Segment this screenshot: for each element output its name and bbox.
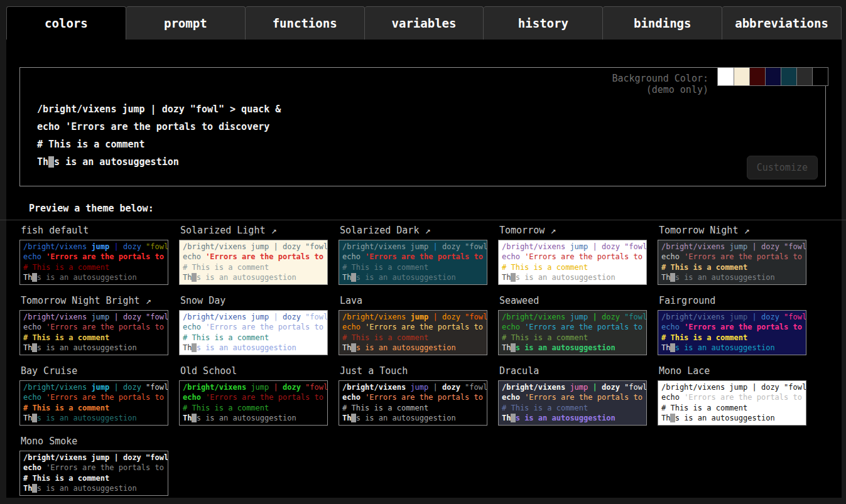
bg-color-swatch-5[interactable] xyxy=(781,68,796,85)
terminal-line: # This is a comment xyxy=(342,262,484,272)
terminal-line: /bright/vixens jump | dozy "fowl" > quac… xyxy=(502,382,643,392)
tab-prompt[interactable]: prompt xyxy=(126,6,246,41)
tab-functions[interactable]: functions xyxy=(246,6,365,41)
theme-preview-terminal[interactable]: /bright/vixens jump | dozy "fowl" > quac… xyxy=(498,240,647,285)
theme-card-tomorrow-night[interactable]: Tomorrow Night ↗/bright/vixens jump | do… xyxy=(658,223,806,285)
themes-section-title: Preview a theme below: xyxy=(29,203,154,214)
theme-title: Solarized Dark ↗ xyxy=(340,225,487,236)
divider xyxy=(0,220,846,220)
theme-card-solarized-dark[interactable]: Solarized Dark ↗/bright/vixens jump | do… xyxy=(339,223,487,285)
theme-title: Fairground xyxy=(659,295,806,306)
text-cursor-block: i xyxy=(511,414,515,422)
theme-title: fish default xyxy=(21,225,168,236)
terminal-line: This is an autosuggestion xyxy=(23,272,165,282)
tab-abbreviations[interactable]: abbreviations xyxy=(722,6,842,41)
terminal-line: /bright/vixens jump | dozy "fowl" > quac… xyxy=(23,242,165,252)
theme-preview-terminal[interactable]: /bright/vixens jump | dozy "fowl" > quac… xyxy=(179,310,328,355)
bg-color-swatch-4[interactable] xyxy=(765,68,781,85)
terminal-line: echo 'Errors are the portals to discover… xyxy=(23,252,165,262)
text-cursor-block: i xyxy=(32,273,36,282)
theme-title: Mono Lace xyxy=(659,365,806,377)
theme-card-tomorrow-night-bright[interactable]: Tomorrow Night Bright ↗/bright/vixens ju… xyxy=(19,293,168,355)
text-cursor-block: i xyxy=(192,273,196,282)
text-cursor-block: i xyxy=(32,484,36,493)
tab-bar: colorspromptfunctionsvariableshistorybin… xyxy=(6,6,842,41)
terminal-line: # This is a comment xyxy=(502,333,643,343)
theme-title: Tomorrow Night Bright ↗ xyxy=(21,295,168,306)
theme-card-dracula[interactable]: Dracula/bright/vixens jump | dozy "fowl"… xyxy=(498,363,647,426)
theme-preview-terminal[interactable]: /bright/vixens jump | dozy "fowl" > quac… xyxy=(339,310,487,355)
theme-preview-terminal[interactable]: /bright/vixens jump | dozy "fowl" > quac… xyxy=(19,310,168,355)
text-cursor-block: i xyxy=(670,343,675,352)
theme-preview-terminal[interactable]: /bright/vixens jump | dozy "fowl" > quac… xyxy=(498,310,647,355)
theme-preview-terminal[interactable]: /bright/vixens jump | dozy "fowl" > quac… xyxy=(19,240,168,285)
theme-card-solarized-light[interactable]: Solarized Light ↗/bright/vixens jump | d… xyxy=(179,223,328,285)
bg-color-swatch-1[interactable] xyxy=(718,68,734,85)
terminal-line: # This is a comment xyxy=(23,262,165,272)
theme-title: Tomorrow Night ↗ xyxy=(659,225,806,236)
color-preview-terminal: Background Color: (demo only) /bright/vi… xyxy=(19,67,826,186)
theme-preview-terminal[interactable]: /bright/vixens jump | dozy "fowl" > quac… xyxy=(19,451,168,496)
theme-card-fairground[interactable]: Fairground/bright/vixens jump | dozy "fo… xyxy=(658,293,806,355)
terminal-line: # This is a comment xyxy=(502,403,643,413)
terminal-line: # This is a comment xyxy=(23,333,165,343)
terminal-line: This is an autosuggestion xyxy=(342,413,484,423)
terminal-line: echo 'Errors are the portals to discover… xyxy=(37,118,281,136)
theme-card-mono-lace[interactable]: Mono Lace/bright/vixens jump | dozy "fow… xyxy=(658,363,806,426)
terminal-line: This is an autosuggestion xyxy=(661,343,803,353)
tab-colors[interactable]: colors xyxy=(6,6,126,41)
bg-color-swatch-6[interactable] xyxy=(796,68,812,85)
terminal-line: echo 'Errors are the portals to discover… xyxy=(502,252,643,262)
terminal-line: /bright/vixens jump | dozy "fowl" > quac… xyxy=(342,242,484,252)
terminal-line: # This is a comment xyxy=(342,333,484,343)
theme-preview-terminal[interactable]: /bright/vixens jump | dozy "fowl" > quac… xyxy=(339,240,487,285)
theme-title: Mono Smoke xyxy=(21,436,168,447)
theme-card-mono-smoke[interactable]: Mono Smoke/bright/vixens jump | dozy "fo… xyxy=(19,434,168,496)
terminal-line: This is an autosuggestion xyxy=(23,343,165,353)
terminal-line: # This is a comment xyxy=(183,403,324,413)
terminal-line: /bright/vixens jump | dozy "fowl" > quac… xyxy=(502,312,643,322)
theme-preview-terminal[interactable]: /bright/vixens jump | dozy "fowl" > quac… xyxy=(179,240,328,285)
customize-button[interactable]: Customize xyxy=(747,156,818,180)
terminal-line: This is an autosuggestion xyxy=(23,483,165,493)
background-color-label: Background Color: (demo only) xyxy=(612,73,708,95)
terminal-line: This is an autosuggestion xyxy=(661,272,803,282)
theme-preview-terminal[interactable]: /bright/vixens jump | dozy "fowl" > quac… xyxy=(339,380,487,426)
theme-card-lava[interactable]: Lava/bright/vixens jump | dozy "fowl" > … xyxy=(339,293,487,355)
bg-color-swatch-3[interactable] xyxy=(749,68,765,85)
terminal-line: This is an autosuggestion xyxy=(502,343,643,353)
theme-card-seaweed[interactable]: Seaweed/bright/vixens jump | dozy "fowl"… xyxy=(498,293,647,355)
tab-history[interactable]: history xyxy=(484,6,603,41)
text-cursor-block: i xyxy=(192,414,196,422)
theme-card-old-school[interactable]: Old School/bright/vixens jump | dozy "fo… xyxy=(179,363,328,426)
theme-preview-terminal[interactable]: /bright/vixens jump | dozy "fowl" > quac… xyxy=(658,240,806,285)
terminal-line: This is an autosuggestion xyxy=(502,413,643,423)
bg-color-swatch-7[interactable] xyxy=(812,68,828,85)
terminal-line: # This is a comment xyxy=(183,262,324,272)
theme-preview-terminal[interactable]: /bright/vixens jump | dozy "fowl" > quac… xyxy=(498,380,647,426)
text-cursor-block: i xyxy=(670,414,675,422)
text-cursor-block: i xyxy=(351,273,355,282)
text-cursor-block: i xyxy=(670,273,675,282)
theme-card-tomorrow[interactable]: Tomorrow ↗/bright/vixens jump | dozy "fo… xyxy=(498,223,647,285)
text-cursor-block: i xyxy=(48,156,54,168)
bg-color-swatch-2[interactable] xyxy=(734,68,749,85)
theme-preview-terminal[interactable]: /bright/vixens jump | dozy "fowl" > quac… xyxy=(179,380,328,426)
theme-preview-terminal[interactable]: /bright/vixens jump | dozy "fowl" > quac… xyxy=(658,310,806,355)
tab-variables[interactable]: variables xyxy=(365,6,484,41)
theme-card-fish-default[interactable]: fish default/bright/vixens jump | dozy "… xyxy=(19,223,168,285)
terminal-line: This is an autosuggestion xyxy=(661,413,803,423)
text-cursor-block: i xyxy=(192,343,196,352)
theme-preview-terminal[interactable]: /bright/vixens jump | dozy "fowl" > quac… xyxy=(658,380,806,426)
theme-card-snow-day[interactable]: Snow Day/bright/vixens jump | dozy "fowl… xyxy=(179,293,328,355)
theme-card-bay-cruise[interactable]: Bay Cruise/bright/vixens jump | dozy "fo… xyxy=(19,363,168,426)
theme-card-just-a-touch[interactable]: Just a Touch/bright/vixens jump | dozy "… xyxy=(339,363,487,426)
terminal-line: /bright/vixens jump | dozy "fowl" > quac… xyxy=(502,242,643,252)
terminal-line: /bright/vixens jump | dozy "fowl" > quac… xyxy=(23,382,165,392)
theme-grid: fish default/bright/vixens jump | dozy "… xyxy=(19,223,842,496)
terminal-line: # This is a comment xyxy=(23,473,165,483)
tab-bindings[interactable]: bindings xyxy=(603,6,722,41)
terminal-line: echo 'Errors are the portals to discover… xyxy=(23,322,165,332)
terminal-line: This is an autosuggestion xyxy=(183,272,324,282)
theme-preview-terminal[interactable]: /bright/vixens jump | dozy "fowl" > quac… xyxy=(19,380,168,426)
